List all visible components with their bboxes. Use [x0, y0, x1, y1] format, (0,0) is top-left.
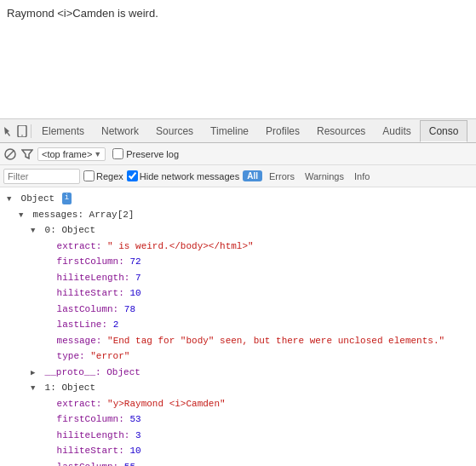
inspect-icon[interactable] [2, 124, 15, 138]
hl-0-key: hiliteLength: [57, 273, 135, 283]
svg-point-1 [21, 135, 23, 136]
errors-btn[interactable]: Errors [266, 170, 298, 182]
info-badge: i [62, 193, 72, 204]
filter-icon[interactable] [20, 147, 34, 161]
messages-array[interactable]: messages: Array[2] [0, 207, 476, 223]
hl-0-val: 7 [135, 273, 141, 283]
ll-0-val: 2 [113, 319, 119, 330]
info-btn[interactable]: Info [351, 170, 373, 182]
extract-1-key: extract: [57, 399, 107, 409]
tab-separator [31, 124, 32, 138]
preserve-log-text: Preserve log [126, 149, 179, 159]
tab-sources[interactable]: Sources [147, 121, 202, 141]
object-root-label: Object [21, 193, 60, 204]
item-0-extract: extract: " is weird.</body></html>" [0, 239, 476, 255]
console-output: Object i messages: Array[2] 0: Object ex… [0, 187, 476, 466]
item-1-label: 1: Object [45, 383, 95, 393]
lc-0-val: 78 [124, 304, 135, 314]
preview-area: Raymond <i>Camden is weird. [0, 0, 476, 119]
preserve-log-label[interactable]: Preserve log [112, 148, 179, 159]
extract-0-key: extract: [57, 241, 107, 251]
item-0-object[interactable]: 0: Object [0, 222, 476, 239]
triangle-item-1 [31, 383, 39, 395]
hl-1-val: 3 [135, 430, 141, 440]
item-1-hilitelength: hiliteLength: 3 [0, 428, 476, 444]
filter-input[interactable] [3, 169, 80, 184]
item-1-lastcolumn: lastColumn: 55 [0, 459, 476, 467]
type-0-key: type: [57, 351, 91, 361]
svg-line-3 [7, 150, 14, 158]
lc-0-key: lastColumn: [57, 304, 124, 314]
tab-profiles[interactable]: Profiles [257, 121, 308, 141]
devtools-tabs: Elements Network Sources Timeline Profil… [0, 119, 476, 143]
tab-console[interactable]: Conso [420, 120, 468, 142]
hs-0-val: 10 [129, 288, 141, 298]
preview-text: Raymond <i>Camden is weird. [7, 7, 158, 20]
hide-network-checkbox[interactable] [127, 170, 138, 181]
triangle-proto-0 [31, 368, 39, 380]
messages-label: messages: Array[2] [33, 210, 135, 220]
item-0-lastline: lastLine: 2 [0, 317, 476, 333]
all-badge[interactable]: All [243, 170, 262, 181]
hide-network-label[interactable]: Hide network messages [127, 170, 239, 181]
frame-select[interactable]: <top frame> ▼ [37, 147, 106, 161]
fc-0-val: 72 [129, 256, 141, 267]
item-0-lastcolumn: lastColumn: 78 [0, 302, 476, 318]
item-0-type: type: "error" [0, 348, 476, 365]
object-root[interactable]: Object i [0, 191, 476, 207]
extract-1-val: "y>Raymond <i>Camden" [107, 399, 226, 409]
toolbar: <top frame> ▼ Preserve log [0, 143, 476, 165]
item-1-extract: extract: "y>Raymond <i>Camden" [0, 396, 476, 412]
triangle-messages [19, 210, 27, 222]
mobile-icon[interactable] [15, 124, 29, 138]
frame-label: <top frame> [42, 149, 92, 159]
lc-1-key: lastColumn: [57, 462, 124, 467]
tab-timeline[interactable]: Timeline [202, 121, 257, 141]
triangle-object-root [7, 194, 15, 206]
hs-1-val: 10 [129, 446, 141, 456]
fc-0-key: firstColumn: [57, 256, 130, 267]
item-0-message: message: "End tag for "body" seen, but t… [0, 333, 476, 349]
triangle-item-0 [31, 226, 39, 238]
item-0-hilitelength: hiliteLength: 7 [0, 270, 476, 286]
hl-1-key: hiliteLength: [57, 430, 135, 440]
filter-bar: Regex Hide network messages All Errors W… [0, 165, 476, 187]
preserve-log-checkbox[interactable] [112, 148, 123, 159]
proto-0[interactable]: __proto__: Object [0, 365, 476, 381]
tab-elements[interactable]: Elements [33, 121, 93, 141]
proto-0-label: __proto__: Object [45, 367, 141, 377]
item-1-hilitestart: hiliteStart: 10 [0, 443, 476, 459]
ll-0-key: lastLine: [57, 319, 113, 330]
item-1-object[interactable]: 1: Object [0, 380, 476, 396]
regex-label[interactable]: Regex [83, 170, 123, 181]
fc-1-key: firstColumn: [57, 414, 130, 424]
block-icon[interactable] [3, 147, 17, 161]
item-1-firstcolumn: firstColumn: 53 [0, 411, 476, 428]
hs-1-key: hiliteStart: [57, 446, 130, 456]
warnings-btn[interactable]: Warnings [301, 170, 347, 182]
extract-0-val: " is weird.</body></html>" [107, 241, 254, 251]
lc-1-val: 55 [124, 462, 135, 467]
item-0-hilitestart: hiliteStart: 10 [0, 285, 476, 302]
regex-checkbox[interactable] [83, 170, 95, 181]
frame-dropdown-arrow: ▼ [94, 150, 101, 158]
tab-network[interactable]: Network [93, 121, 147, 141]
hide-network-text: Hide network messages [140, 171, 239, 181]
item-0-label: 0: Object [45, 225, 95, 235]
fc-1-val: 53 [129, 414, 141, 424]
type-0-val: "error" [90, 351, 129, 361]
item-0-firstcolumn: firstColumn: 72 [0, 254, 476, 270]
msg-0-key: message: [57, 336, 107, 346]
hs-0-key: hiliteStart: [57, 288, 130, 298]
tab-resources[interactable]: Resources [308, 121, 374, 141]
tab-audits[interactable]: Audits [374, 121, 419, 141]
regex-text: Regex [96, 171, 123, 181]
msg-0-val: "End tag for "body" seen, but there were… [107, 336, 444, 346]
